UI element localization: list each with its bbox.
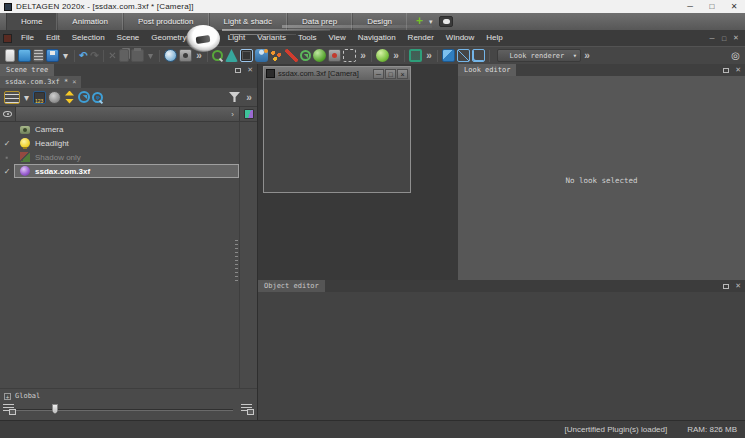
save-options-caret-icon[interactable]: ▾ bbox=[61, 49, 70, 62]
menu-light[interactable]: Light bbox=[222, 30, 251, 46]
keyframe-list-left-icon[interactable] bbox=[3, 404, 14, 413]
display-wireframe-icon[interactable] bbox=[472, 49, 485, 62]
row-body[interactable]: Shadow only bbox=[14, 150, 239, 164]
select-parts-icon[interactable] bbox=[270, 49, 283, 62]
render-box-icon[interactable] bbox=[409, 49, 422, 62]
viewport-canvas[interactable] bbox=[264, 80, 410, 192]
look-editor-panel-tab[interactable]: Look editor bbox=[458, 64, 516, 76]
overflow-icon[interactable]: » bbox=[244, 91, 253, 104]
visibility-column-header[interactable] bbox=[0, 107, 16, 121]
tree-row-shadow-only[interactable]: ▪Shadow only bbox=[0, 150, 239, 164]
float-panel-icon[interactable] bbox=[235, 68, 241, 73]
row-body[interactable]: Camera bbox=[14, 122, 239, 136]
row-body[interactable]: Headlight bbox=[14, 136, 239, 150]
sort-icon[interactable] bbox=[63, 91, 76, 104]
import-icon[interactable] bbox=[33, 49, 44, 62]
viewport-close-button[interactable]: × bbox=[397, 69, 408, 79]
menu-edit[interactable]: Edit bbox=[40, 30, 66, 46]
close-panel-icon[interactable]: ✕ bbox=[735, 64, 741, 76]
viewport-minimize-button[interactable]: ─ bbox=[373, 69, 384, 79]
viewport-window[interactable]: ssdax.com.3xf [Camera] ─ □ × bbox=[263, 66, 411, 193]
overflow-icon[interactable]: » bbox=[424, 49, 433, 62]
measure-icon[interactable] bbox=[285, 49, 298, 62]
locate-icon[interactable] bbox=[92, 92, 103, 103]
display-solid-cube-icon[interactable] bbox=[442, 49, 455, 62]
sync-selection-icon[interactable] bbox=[78, 91, 90, 103]
menu-variants[interactable]: Variants bbox=[251, 30, 292, 46]
render-sphere-icon[interactable] bbox=[376, 49, 389, 62]
feedback-bubble-button[interactable] bbox=[439, 16, 453, 27]
globe-icon[interactable] bbox=[48, 91, 61, 104]
app-menu-icon[interactable] bbox=[3, 34, 12, 43]
close-panel-icon[interactable]: ✕ bbox=[735, 280, 741, 292]
select-cone-icon[interactable] bbox=[225, 49, 238, 62]
camera-tool-icon[interactable] bbox=[328, 49, 341, 62]
menu-scene[interactable]: Scene bbox=[111, 30, 146, 46]
expand-icon[interactable]: + bbox=[4, 393, 11, 400]
tree-root-header[interactable]: › bbox=[16, 107, 240, 121]
select-object-icon[interactable] bbox=[255, 49, 268, 62]
menu-render[interactable]: Render bbox=[402, 30, 440, 46]
ribbon-tab-animation[interactable]: Animation bbox=[57, 13, 123, 30]
save-icon[interactable] bbox=[46, 49, 59, 62]
snapshot-camera-icon[interactable] bbox=[179, 49, 192, 62]
drag-handle-dots[interactable] bbox=[235, 240, 238, 282]
filter-icon[interactable] bbox=[229, 92, 240, 102]
open-file-icon[interactable] bbox=[18, 49, 31, 62]
viewport-maximize-button[interactable]: □ bbox=[385, 69, 396, 79]
overflow-icon[interactable]: » bbox=[391, 49, 400, 62]
menu-navigation[interactable]: Navigation bbox=[352, 30, 402, 46]
menu-help[interactable]: Help bbox=[480, 30, 508, 46]
select-rect-icon[interactable] bbox=[240, 49, 253, 62]
render-settings-icon[interactable]: ◎ bbox=[731, 49, 740, 62]
row-checkbox[interactable]: ▪ bbox=[0, 153, 14, 162]
menu-view[interactable]: View bbox=[323, 30, 352, 46]
menu-file[interactable]: File bbox=[15, 30, 40, 46]
tree-row-ssdax-com-3xf[interactable]: ✓ssdax.com.3xf bbox=[0, 164, 239, 178]
close-button[interactable]: ✕ bbox=[723, 2, 745, 11]
float-panel-icon[interactable] bbox=[723, 68, 729, 73]
close-panel-icon[interactable]: ✕ bbox=[247, 64, 253, 76]
zoom-region-icon[interactable] bbox=[343, 49, 356, 62]
minimize-button[interactable]: ─ bbox=[679, 2, 701, 11]
viewport-window-titlebar[interactable]: ssdax.com.3xf [Camera] ─ □ × bbox=[264, 67, 410, 80]
geometry-column-header[interactable] bbox=[240, 107, 257, 121]
display-boundingbox-icon[interactable] bbox=[457, 49, 470, 62]
ribbon-tab-home[interactable]: Home bbox=[6, 13, 57, 30]
close-doc-tab-icon[interactable]: × bbox=[72, 76, 76, 88]
mdi-minimize-button[interactable]: ─ bbox=[706, 35, 718, 42]
menu-selection[interactable]: Selection bbox=[66, 30, 111, 46]
menubar: FileEditSelectionSceneGeometryLookLightV… bbox=[0, 30, 745, 46]
ribbon-tab-light-shadc[interactable]: Light & shadc bbox=[209, 13, 287, 30]
new-file-icon[interactable] bbox=[5, 49, 15, 62]
row-body[interactable]: ssdax.com.3xf bbox=[14, 164, 239, 178]
global-slider-handle[interactable] bbox=[52, 404, 58, 414]
row-label: Camera bbox=[35, 125, 63, 134]
tree-menu-icon[interactable] bbox=[4, 91, 20, 104]
global-slider-track[interactable] bbox=[16, 409, 233, 411]
object-editor-panel-tab[interactable]: Object editor bbox=[258, 280, 325, 292]
history-clock-icon[interactable] bbox=[164, 49, 177, 62]
menu-window[interactable]: Window bbox=[440, 30, 480, 46]
menu-tools[interactable]: Tools bbox=[292, 30, 323, 46]
maximize-button[interactable]: □ bbox=[701, 2, 723, 11]
row-checkbox[interactable]: ✓ bbox=[0, 167, 14, 176]
tree-row-camera[interactable]: Camera bbox=[0, 122, 239, 136]
overflow-icon[interactable]: » bbox=[358, 49, 367, 62]
float-panel-icon[interactable] bbox=[723, 284, 729, 289]
keyframe-list-right-icon[interactable] bbox=[241, 404, 252, 413]
scene-doc-tab[interactable]: ssdax.com.3xf * × bbox=[0, 76, 81, 88]
scene-tree-panel-tab[interactable]: Scene tree bbox=[0, 64, 54, 76]
mdi-restore-button[interactable]: □ bbox=[718, 35, 730, 42]
tree-row-headlight[interactable]: ✓Headlight bbox=[0, 136, 239, 150]
rotate-tool-icon[interactable] bbox=[300, 50, 311, 61]
undo-icon[interactable]: ↶ bbox=[79, 49, 88, 62]
overflow-icon[interactable]: » bbox=[582, 49, 591, 62]
tree-menu-caret-icon[interactable]: ▾ bbox=[22, 91, 31, 104]
show-structure-icon[interactable] bbox=[33, 91, 46, 104]
look-renderer-dropdown[interactable]: Look renderer ▾ bbox=[497, 49, 581, 62]
orbit-tool-icon[interactable] bbox=[313, 49, 326, 62]
select-pick-icon[interactable] bbox=[212, 50, 223, 61]
row-checkbox[interactable]: ✓ bbox=[0, 139, 14, 148]
mdi-close-button[interactable]: ✕ bbox=[730, 34, 742, 42]
